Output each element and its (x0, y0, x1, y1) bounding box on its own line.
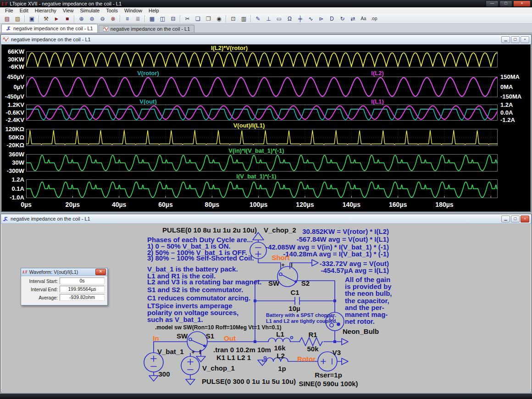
tile-horizontally-icon[interactable]: ⊟ (168, 15, 178, 23)
neon-bulb-label[interactable]: Neon_Bulb (343, 328, 379, 335)
tile-vertically-icon[interactable]: ◫ (158, 15, 167, 23)
menu-edit[interactable]: Edit (17, 8, 32, 13)
v-bat-1-label[interactable]: V_bat_1 (157, 348, 184, 355)
inductor-icon[interactable]: ∿ (306, 15, 316, 23)
app-maximize-button[interactable]: □ (499, 0, 512, 7)
wave-pane-2[interactable] (26, 77, 498, 97)
spice-directive-icon[interactable]: .op (369, 15, 379, 23)
x-tick-60us[interactable]: 60µs (158, 201, 172, 208)
v3-rser[interactable]: Rser=1p (315, 371, 342, 379)
x-tick-180us[interactable]: 180µs (435, 201, 453, 208)
pane3-title-v-out-[interactable]: V(out) (139, 98, 157, 105)
c1-label[interactable]: C1 (290, 289, 299, 296)
x-tick-40us[interactable]: 40µs (112, 201, 126, 208)
new-schematic-icon[interactable]: ▤ (2, 15, 12, 23)
pulse-v-chop-1[interactable]: PULSE(0 300 0 1u 1u 5u 10u) (202, 378, 296, 385)
net-out[interactable]: Out (224, 335, 236, 342)
schematic-canvas[interactable]: PULSE(0 10 8u 1u 1u 2u 10u)V_chop_2Phase… (1, 224, 531, 393)
r1-value[interactable]: 50k (307, 345, 318, 353)
tab-waveform[interactable]: negative impedance on the coil - L1 (99, 25, 195, 33)
ground-icon[interactable]: ⊥ (264, 15, 273, 23)
waveform-dialog-titlebar[interactable]: LT Waveform: V(out)/I(L1) ✕ (21, 268, 107, 276)
menu-window[interactable]: Window (121, 8, 145, 13)
wave-pane-5[interactable] (26, 154, 498, 172)
pane5-left-tick-2[interactable]: -300W (1, 167, 24, 174)
sw2-label[interactable]: SW (268, 280, 279, 287)
pane4-left-tick-0[interactable]: 120KΩ (1, 126, 24, 133)
s2-label[interactable]: S2 (301, 280, 310, 287)
pulse-v-chop-2[interactable]: PULSE(0 10 8u 1u 1u 2u 10u) (162, 227, 257, 234)
r1-label[interactable]: R1 (308, 331, 317, 338)
pane2-right-tick-1[interactable]: 0MA (500, 83, 513, 90)
x-tick-120us[interactable]: 120µs (296, 201, 314, 208)
pane3-left-tick-0[interactable]: 1.2KV (1, 101, 24, 108)
v-chop-1-label[interactable]: V_chop_1 (202, 365, 235, 372)
pane2-right-tick-2[interactable]: -150MA (500, 93, 521, 100)
mirror-icon[interactable]: ⇄ (348, 15, 358, 23)
net-in[interactable]: In (153, 335, 159, 342)
pane6-title-i-v-bat-1-1-[interactable]: I(V_bat_1)*(-1) (236, 173, 276, 180)
c1-value[interactable]: 10µ (288, 305, 300, 312)
s1-label[interactable]: S1 (206, 332, 214, 340)
open-file-icon[interactable]: ▨ (13, 15, 22, 23)
pane5-title-v-in-i-v-bat-1-1-[interactable]: V(in)*I(V_bat_1)*(-1) (228, 147, 284, 154)
draw-wire-icon[interactable]: ✎ (253, 15, 263, 23)
pane2-left-tick-1[interactable]: 0µV (1, 83, 24, 90)
rotate-icon[interactable]: ↻ (338, 15, 347, 23)
v3-label[interactable]: V3 (332, 349, 341, 356)
control-panel-icon[interactable]: ⚒ (41, 15, 51, 23)
zoom-full-extents-icon[interactable]: ⊗ (108, 15, 118, 23)
pane3-left-tick-2[interactable]: -2.4KV (1, 116, 24, 123)
model-directive[interactable]: .model sw SW(Ron=10 Roff=10Meg Vt=1 Vh=0… (155, 325, 281, 331)
spice-netlist-icon[interactable]: ≡ (122, 15, 132, 23)
tran-directive[interactable]: .tran 0 10.2m 10m (213, 346, 271, 354)
schematic-window-titlebar[interactable]: negative impedance on the coil - L1 ▁ ▢ … (1, 214, 531, 224)
save-icon[interactable]: ▣ (27, 15, 37, 23)
run-icon[interactable]: ► (52, 15, 61, 23)
pane5-left-tick-0[interactable]: 360W (1, 151, 24, 158)
pane1-left-tick-2[interactable]: -6KW (1, 63, 24, 70)
find-icon[interactable]: ◉ (214, 15, 224, 23)
paste-icon[interactable]: ❐ (204, 15, 213, 23)
x-tick-20us[interactable]: 20µs (66, 201, 80, 208)
menu-view[interactable]: View (60, 8, 77, 13)
menu-hierarchy[interactable]: Hierarchy (32, 8, 60, 13)
v-bat-1-value[interactable]: 300 (158, 371, 170, 378)
pane4-left-tick-2[interactable]: -20KΩ (1, 142, 24, 149)
tab-schematic[interactable]: negative impedance on the coil - L1 (1, 24, 98, 33)
schematic-maximize-button[interactable]: ▢ (511, 216, 520, 222)
waveform-window-titlebar[interactable]: negative impedance on the coil - L1 ▁ ▢ … (1, 35, 531, 44)
net-rotor[interactable]: Rotor (297, 355, 316, 363)
x-tick-80us[interactable]: 80µs (205, 201, 219, 208)
pane4-left-tick-1[interactable]: 50KΩ (1, 134, 24, 141)
v-chop-2-label[interactable]: V_chop_2 (264, 227, 296, 234)
capacitor-icon[interactable]: ╪ (295, 15, 305, 23)
pane2-left-tick-0[interactable]: 450µV (1, 73, 24, 80)
wave-pane-4[interactable] (26, 129, 498, 146)
net-short[interactable]: Short (272, 254, 289, 261)
cut-icon[interactable]: ✂ (183, 15, 192, 23)
pane1-left-tick-0[interactable]: 66KW (1, 48, 24, 55)
copy-icon[interactable]: ❏ (193, 15, 203, 23)
pane3-right-tick-1[interactable]: 0.0A (500, 109, 513, 116)
plot-settings-icon[interactable]: ▦ (147, 15, 157, 23)
menu-tools[interactable]: Tools (103, 8, 121, 13)
x-tick-160us[interactable]: 160µs (389, 201, 407, 208)
component-icon[interactable]: D (327, 15, 337, 23)
spice-error-log-icon[interactable]: ≣ (133, 15, 143, 23)
pane3-left-tick-1[interactable]: -0.6KV (1, 109, 24, 116)
waveform-close-button[interactable]: × (521, 36, 529, 43)
wave-pane-6[interactable] (26, 179, 498, 198)
pane1-title-i-l2-v-rotor-[interactable]: I(L2)*V(rotor) (211, 44, 248, 51)
pane4-title-v-out-i-l1-[interactable]: V(out)/I(L1) (233, 122, 265, 129)
net-label-icon[interactable]: ▭ (274, 15, 284, 23)
menu-simulate[interactable]: Simulate (77, 8, 103, 13)
waveform-minimize-button[interactable]: ▁ (501, 36, 510, 43)
schematic-close-button[interactable]: × (521, 216, 529, 222)
text-icon[interactable]: Aa (359, 15, 368, 23)
waveform-dialog[interactable]: LT Waveform: V(out)/I(L1) ✕ Interval Sta… (21, 268, 108, 305)
l1-value[interactable]: 16k (274, 344, 285, 352)
app-close-button[interactable]: × (513, 0, 531, 7)
print-icon[interactable]: ▥ (239, 15, 249, 23)
wave-pane-1[interactable] (26, 51, 498, 67)
